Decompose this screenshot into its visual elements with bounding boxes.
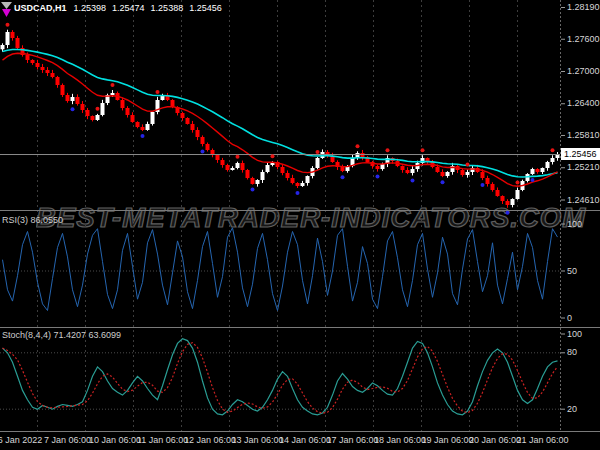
bull-candle — [111, 93, 115, 95]
chart-shift-marker-icon — [1, 2, 12, 9]
bear-candle — [191, 124, 195, 130]
bull-candle — [556, 155, 560, 158]
bull-candle — [231, 168, 235, 170]
rsi-axis[interactable]: 100500 — [561, 211, 600, 327]
bear-candle — [441, 172, 445, 176]
rsi-axis-label: 100 — [567, 219, 582, 229]
price-axis-label: 1.28190 — [567, 2, 600, 12]
price-axis-label: 1.24610 — [567, 195, 600, 205]
buy-signal-dot — [341, 175, 345, 179]
buy-signal-dot — [531, 178, 535, 182]
bear-candle — [196, 130, 200, 137]
time-axis[interactable]: 6 Jan 20227 Jan 06:0010 Jan 06:0011 Jan … — [0, 432, 600, 450]
time-axis-label: 17 Jan 06:00 — [326, 435, 378, 445]
stoch-indicator-label: Stoch(8,4,4) 71.4207 63.6099 — [2, 330, 121, 340]
chart-canvas[interactable] — [0, 0, 600, 450]
bear-candle — [221, 160, 225, 165]
bear-candle — [181, 113, 185, 118]
bull-candle — [71, 97, 75, 101]
bear-candle — [206, 144, 210, 150]
time-axis-label: 7 Jan 06:00 — [44, 435, 91, 445]
rsi-axis-label: 0 — [567, 313, 572, 323]
bear-candle — [491, 184, 495, 190]
buy-signal-dot — [251, 188, 255, 192]
price-axis-label: 1.26400 — [567, 98, 600, 108]
ohlc-open: 1.25398 — [74, 3, 107, 13]
sell-signal-dot — [111, 83, 115, 87]
buy-signal-dot — [506, 211, 510, 215]
ohlc-high: 1.25474 — [112, 3, 145, 13]
time-axis-label: 14 Jan 06:00 — [279, 435, 331, 445]
bull-candle — [446, 172, 450, 176]
price-axis-label: 1.25810 — [567, 130, 600, 140]
buy-signal-dot — [411, 178, 415, 182]
bear-candle — [36, 63, 40, 67]
bear-candle — [296, 183, 300, 186]
bull-candle — [411, 169, 415, 173]
bear-candle — [41, 67, 45, 70]
bull-candle — [541, 168, 545, 172]
buy-signal-dot — [296, 191, 300, 195]
bull-candle — [261, 172, 265, 180]
sell-signal-dot — [466, 163, 470, 167]
bear-candle — [11, 32, 15, 38]
bear-candle — [121, 100, 125, 108]
sell-signal-dot — [96, 107, 100, 111]
bull-candle — [316, 158, 320, 168]
bear-candle — [341, 167, 345, 171]
bear-candle — [126, 108, 130, 115]
bull-candle — [531, 169, 535, 174]
sell-signal-dot — [386, 148, 390, 152]
bull-candle — [546, 162, 550, 168]
bear-candle — [461, 170, 465, 175]
bull-candle — [306, 176, 310, 183]
bull-candle — [236, 163, 240, 168]
bear-candle — [186, 118, 190, 124]
sell-signal-dot — [156, 90, 160, 94]
bull-candle — [466, 172, 470, 175]
bear-candle — [401, 166, 405, 170]
sell-signal-dot — [356, 144, 360, 148]
bear-candle — [506, 201, 510, 205]
bear-candle — [486, 178, 490, 184]
bear-candle — [281, 167, 285, 173]
bear-candle — [81, 104, 85, 110]
time-axis-label: 19 Jan 06:00 — [421, 435, 473, 445]
bear-candle — [141, 127, 145, 130]
bear-candle — [66, 95, 70, 101]
stoch-axis-label: 20 — [567, 404, 577, 414]
bear-candle — [131, 115, 135, 122]
time-axis-label: 11 Jan 06:00 — [137, 435, 188, 445]
bull-candle — [151, 112, 155, 124]
rsi-axis-label: 50 — [567, 266, 577, 276]
bear-candle — [246, 170, 250, 178]
bear-candle — [86, 110, 90, 116]
symbol-period-label: USDCAD,H1 — [14, 3, 67, 13]
sell-signal-dot — [516, 181, 520, 185]
sell-signal-dot — [236, 155, 240, 159]
bear-candle — [286, 173, 290, 178]
stoch-axis-label: 100 — [567, 329, 582, 339]
bear-candle — [31, 60, 35, 63]
bear-candle — [496, 190, 500, 196]
bull-candle — [6, 32, 10, 45]
bear-candle — [76, 97, 80, 104]
buy-signal-dot — [201, 149, 205, 153]
bull-candle — [101, 103, 105, 115]
bear-candle — [201, 137, 205, 144]
bear-candle — [436, 167, 440, 172]
bull-candle — [381, 164, 385, 169]
bear-candle — [241, 163, 245, 170]
price-axis-label: 1.27000 — [567, 66, 600, 76]
bull-candle — [551, 158, 555, 162]
stoch-axis[interactable]: 1008020 — [561, 328, 600, 431]
bull-candle — [1, 45, 5, 49]
bear-candle — [26, 55, 30, 60]
ohlc-low: 1.25388 — [151, 3, 184, 13]
buy-signal-dot — [141, 134, 145, 138]
time-axis-label: 20 Jan 06:00 — [469, 435, 521, 445]
bear-candle — [251, 178, 255, 184]
sell-signal-dot — [421, 148, 425, 152]
bull-candle — [511, 199, 515, 205]
time-axis-label: 6 Jan 2022 — [0, 435, 42, 445]
